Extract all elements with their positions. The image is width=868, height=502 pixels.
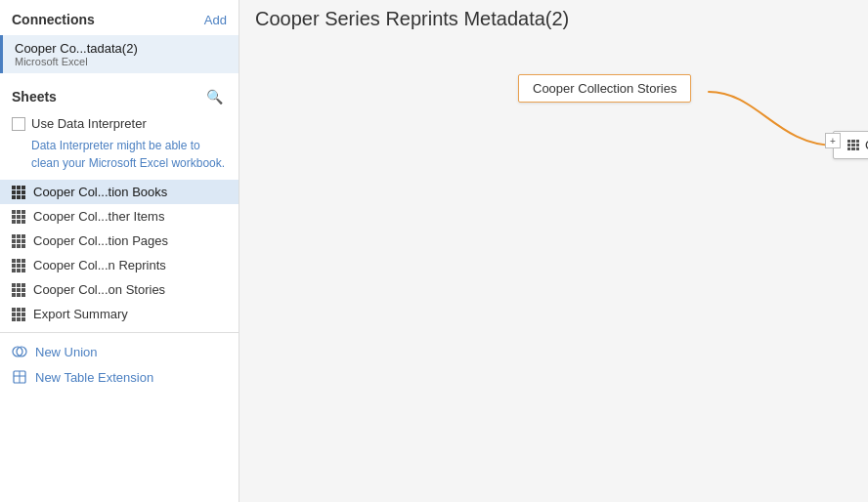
sheets-title: Sheets [12,89,57,105]
connections-header: Connections Add [0,0,239,35]
connector-svg [239,38,868,491]
canvas-content: Cooper Collection Stories Cooper Collect… [239,38,868,491]
interpreter-row: Use Data Interpreter [0,112,239,135]
sheet-list: Cooper Col...tion Books Cooper Col...the… [0,180,239,326]
sheet-label-books: Cooper Col...tion Books [33,185,167,199]
table-extension-icon [12,369,27,385]
interpreter-label: Use Data Interpreter [31,116,147,131]
source-node-label: Cooper Collection Stories [533,81,676,96]
search-sheets-button[interactable]: 🔍 [202,87,227,106]
new-union-button[interactable]: New Union [0,339,239,364]
interpreter-checkbox[interactable] [12,117,25,131]
source-node-stories[interactable]: Cooper Collection Stories [518,74,691,103]
sheet-label-items: Cooper Col...ther Items [33,209,164,224]
main-canvas: Cooper Series Reprints Metadata(2) Coope… [239,0,868,502]
connection-name: Cooper Co...tadata(2) [15,41,227,56]
sheet-item-books[interactable]: Cooper Col...tion Books [0,180,239,204]
sheet-label-pages: Cooper Col...tion Pages [33,233,168,248]
new-union-label: New Union [35,345,98,359]
sheet-grid-icon [12,234,25,248]
page-title: Cooper Series Reprints Metadata(2) [255,8,569,29]
sheet-label-stories: Cooper Col...on Stories [33,282,165,297]
new-table-extension-label: New Table Extension [35,370,153,385]
sheet-grid-icon [12,308,25,321]
interpreter-desc: Data Interpreter might be able to clean … [0,135,239,180]
sheet-label-reprints: Cooper Col...n Reprints [33,258,166,272]
connections-title: Connections [12,12,95,27]
new-table-extension-button[interactable]: New Table Extension [0,364,239,390]
divider-section: New Union New Table Extension [0,332,239,390]
sheets-header: Sheets 🔍 [0,77,239,112]
sheet-item-export[interactable]: Export Summary [0,302,239,326]
sheet-item-stories[interactable]: Cooper Col...on Stories [0,277,239,302]
expand-button[interactable]: + [825,133,841,148]
destination-grid-icon [847,140,859,151]
connection-type: Microsoft Excel [15,56,227,67]
add-connection-button[interactable]: Add [204,13,227,27]
connection-item[interactable]: Cooper Co...tadata(2) Microsoft Excel [0,35,239,73]
sheet-item-items[interactable]: Cooper Col...ther Items [0,204,239,229]
sheet-grid-icon [12,210,25,224]
canvas-header: Cooper Series Reprints Metadata(2) [239,0,868,38]
sheet-item-reprints[interactable]: Cooper Col...n Reprints [0,253,239,277]
union-icon [12,344,27,359]
sheet-grid-icon [12,186,25,199]
sidebar: Connections Add Cooper Co...tadata(2) Mi… [0,0,239,502]
sheet-label-export: Export Summary [33,307,128,321]
sheet-item-pages[interactable]: Cooper Col...tion Pages [0,229,239,253]
sheet-grid-icon [12,283,25,297]
sheet-grid-icon [12,259,25,272]
